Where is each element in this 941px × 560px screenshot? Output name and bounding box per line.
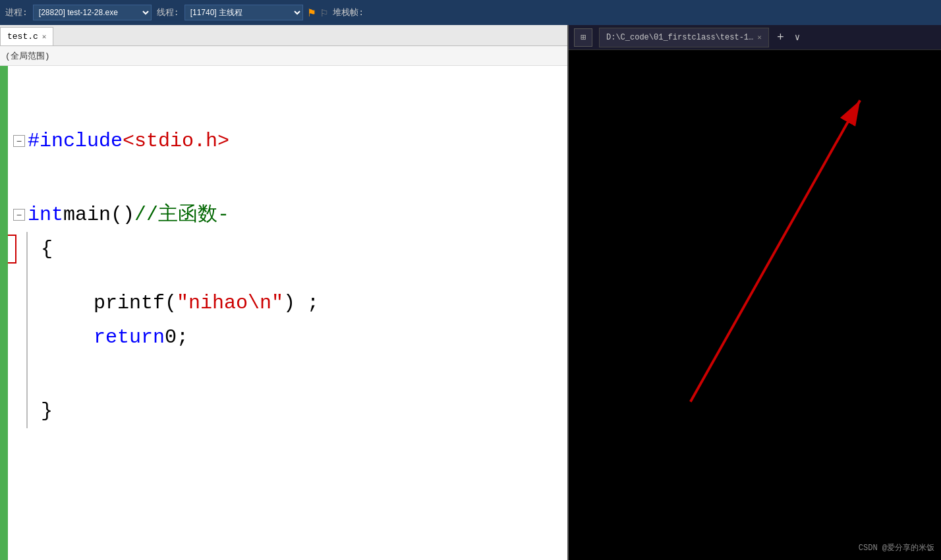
terminal-tab-close-button[interactable]: ✕ [757,33,762,42]
csdn-watermark: CSDN @爱分享的米饭 [859,542,934,553]
printf-func: printf( [94,286,177,320]
code-line-main: − int main() //主函数- [13,198,567,232]
terminal-icon-box: ⊞ [574,28,592,47]
include-header: <stdio.h> [123,124,229,158]
annotation-arrow-line [691,100,860,402]
int-keyword: int [28,198,63,232]
include-keyword: #include [28,124,123,158]
thread-select[interactable]: [11740] 主线程 [185,5,303,20]
stack-label: 堆栈帧: [333,7,364,18]
file-tab[interactable]: test.c ✕ [0,27,53,45]
return-keyword: return [94,320,165,354]
tab-bar: test.c ✕ [0,25,567,46]
terminal-tab-label: D:\C_code\01_firstclass\test-1… [606,33,753,42]
terminal-icon: ⊞ [581,32,586,43]
brace-open: { [41,232,53,266]
terminal-add-button[interactable]: + [773,31,788,44]
main-func: main() [63,198,134,232]
toolbar: 进程: [28820] test-12-28.exe 线程: [11740] 主… [0,0,941,25]
green-margin [0,66,8,560]
tab-close-button[interactable]: ✕ [42,32,47,41]
printf-end: ) ; [283,286,319,320]
flag-outline-icon: ⚐ [320,5,328,20]
code-line-blank3 [26,266,567,286]
collapse-include[interactable]: − [13,135,25,147]
code-line-include: − #include <stdio.h> [13,124,567,158]
scope-bar: (全局范围) [0,46,567,66]
scope-label: (全局范围) [5,50,50,62]
code-container: − #include <stdio.h> − int main() //主函数- [8,66,567,560]
code-line-brace-close: } [26,394,567,428]
code-line-blank4 [26,354,567,394]
main-area: test.c ✕ (全局范围) − #include <stdio.h> [0,25,941,560]
terminal-dropdown-button[interactable]: ∨ [792,32,803,43]
return-value: 0; [165,320,188,354]
flag-icon[interactable]: ⚑ [308,5,316,20]
thread-label: 线程: [157,7,179,18]
terminal-tab-bar: ⊞ D:\C_code\01_firstclass\test-1… ✕ + ∨ [569,25,941,50]
process-label: 进程: [5,7,28,18]
printf-string: "nihao\n" [177,286,283,320]
code-line-printf: printf( "nihao\n" ) ; [26,286,567,320]
code-line-blank1 [13,71,567,124]
terminal-tab[interactable]: D:\C_code\01_firstclass\test-1… ✕ [599,28,769,47]
terminal-panel: ⊞ D:\C_code\01_firstclass\test-1… ✕ + ∨ [569,25,941,560]
process-select[interactable]: [28820] test-12-28.exe [33,5,152,20]
code-line-return: return 0; [26,320,567,354]
annotation-arrow-svg [569,50,941,560]
code-line-blank2 [13,158,567,198]
code-area: − #include <stdio.h> − int main() //主函数- [0,66,567,560]
terminal-content: CSDN @爱分享的米饭 [569,50,941,560]
code-line-brace-open: ⇒ { [26,232,567,266]
collapse-main[interactable]: − [13,209,25,221]
editor-panel: test.c ✕ (全局范围) − #include <stdio.h> [0,25,569,560]
main-comment: //主函数- [134,198,229,232]
breakpoint-marker: ⇒ [8,235,16,264]
brace-close: } [41,394,53,428]
tab-label: test.c [7,32,38,42]
